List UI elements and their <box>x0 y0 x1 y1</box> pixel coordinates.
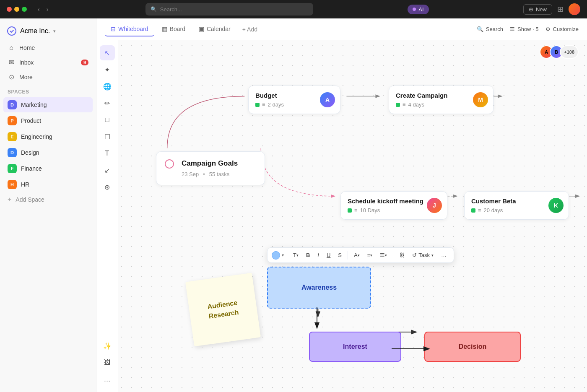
tool-magic[interactable]: ✦ <box>100 62 115 77</box>
underline-label: U <box>327 252 330 258</box>
design-label: Design <box>21 149 39 156</box>
decision-label: Decision <box>459 343 487 350</box>
new-button[interactable]: ⊕ New <box>523 4 552 15</box>
sidebar-item-hr[interactable]: H HR <box>3 177 93 192</box>
tool-sparkle[interactable]: ✨ <box>100 338 115 353</box>
tool-sticky[interactable]: ☐ <box>100 129 115 144</box>
customer-beta-meta: ≡ 20 days <box>471 207 562 213</box>
list-button[interactable]: ☰ ▾ <box>377 250 390 260</box>
text-style-button[interactable]: T ▾ <box>290 250 301 260</box>
product-label: Product <box>21 117 41 124</box>
kickoff-days: 10 Days <box>360 207 380 213</box>
add-tab-button[interactable]: + Add <box>238 23 262 36</box>
workspace-logo-icon <box>7 26 17 36</box>
font-size-label: A <box>354 252 358 258</box>
customize-nav-icon: ⚙ <box>545 26 551 32</box>
tool-globe[interactable]: 🌐 <box>100 79 115 94</box>
customer-beta-status-dot <box>471 208 475 213</box>
list-label: ☰ <box>380 252 385 258</box>
task-label: Task <box>418 252 430 258</box>
create-campaign-avatar: M <box>473 92 488 107</box>
minimize-button[interactable] <box>14 7 19 12</box>
grid-icon[interactable]: ⊞ <box>557 5 564 14</box>
canvas-content: Budget ≡ 2 days A Create Campaign ≡ 4 da… <box>118 40 587 392</box>
tab-board[interactable]: ▦ Board <box>156 22 191 36</box>
bold-button[interactable]: B <box>303 250 313 260</box>
tool-image[interactable]: 🖼 <box>100 355 115 370</box>
global-search-bar[interactable]: 🔍 Search... <box>145 3 313 16</box>
color-picker-chevron[interactable]: ▾ <box>282 253 284 257</box>
task-icon: ↺ <box>412 252 417 258</box>
decision-shape[interactable]: Decision <box>424 332 521 362</box>
sidebar: Acme Inc. ▾ ⌂ Home ✉ Inbox 9 ⊙ More Spac… <box>0 18 96 392</box>
budget-card[interactable]: Budget ≡ 2 days A <box>248 86 340 114</box>
tool-select[interactable]: ↖ <box>100 45 115 60</box>
sidebar-item-home[interactable]: ⌂ Home <box>3 41 93 55</box>
task-button[interactable]: ↺ Task ▾ <box>409 250 436 260</box>
ai-badge[interactable]: AI <box>408 5 429 14</box>
campaign-goals-card[interactable]: Campaign Goals 23 Sep • 55 tasks <box>156 151 265 185</box>
task-chevron: ▾ <box>431 253 434 257</box>
align-button[interactable]: ≡ ▾ <box>364 250 376 260</box>
tool-network[interactable]: ⊛ <box>100 179 115 195</box>
tool-more[interactable]: … <box>100 372 115 387</box>
customer-beta-card[interactable]: Customer Beta ≡ 20 days K <box>464 191 569 220</box>
sidebar-item-inbox[interactable]: ✉ Inbox 9 <box>3 55 93 69</box>
italic-button[interactable]: I <box>314 250 322 260</box>
show-nav-icon: ☰ <box>510 26 515 32</box>
sticky-note-audience[interactable]: Audience Research <box>185 273 261 347</box>
create-campaign-card[interactable]: Create Campaign ≡ 4 days M <box>389 86 493 114</box>
awareness-shape[interactable]: Awareness <box>267 267 371 309</box>
goals-tasks: 55 tasks <box>209 171 229 177</box>
board-tab-icon: ▦ <box>162 26 167 32</box>
strikethrough-button[interactable]: S <box>335 250 345 260</box>
sidebar-item-marketing[interactable]: D Marketing <box>3 97 93 112</box>
close-button[interactable] <box>7 7 12 12</box>
search-nav-icon: 🔍 <box>477 26 483 32</box>
color-picker[interactable] <box>272 251 280 260</box>
link-button[interactable]: ⛓ <box>396 250 408 260</box>
back-button[interactable]: ‹ <box>35 5 42 13</box>
app-body: Acme Inc. ▾ ⌂ Home ✉ Inbox 9 ⊙ More Spac… <box>0 18 587 392</box>
schedule-kickoff-card[interactable]: Schedule kickoff meeting ≡ 10 Days J <box>340 191 447 220</box>
maximize-button[interactable] <box>22 7 27 12</box>
sidebar-more-label: More <box>19 74 88 80</box>
interest-label: Interest <box>343 343 367 350</box>
hr-label: HR <box>21 181 29 188</box>
customize-nav-button[interactable]: ⚙ Customize <box>545 26 579 32</box>
finance-label: Finance <box>21 165 42 172</box>
tab-whiteboard[interactable]: ⊟ Whiteboard <box>105 22 154 36</box>
sidebar-item-more[interactable]: ⊙ More <box>3 70 93 84</box>
sidebar-item-engineering[interactable]: E Engineering <box>3 129 93 144</box>
goals-date: 23 Sep <box>182 171 199 177</box>
user-avatar[interactable] <box>569 3 580 15</box>
add-space-button[interactable]: + Add Space <box>3 193 93 206</box>
font-size-button[interactable]: A ▾ <box>351 250 363 260</box>
workspace-header[interactable]: Acme Inc. ▾ <box>3 23 93 41</box>
tab-calendar[interactable]: ▣ Calendar <box>193 22 236 36</box>
goals-title: Campaign Goals <box>182 159 238 168</box>
more-format-button[interactable]: … <box>438 250 449 260</box>
titlebar: ‹ › 🔍 Search... AI ⊕ New ⊞ <box>0 0 587 18</box>
search-nav-button[interactable]: 🔍 Search <box>477 26 503 32</box>
interest-shape[interactable]: Interest <box>309 332 401 362</box>
sidebar-item-product[interactable]: P Product <box>3 113 93 128</box>
forward-button[interactable]: › <box>44 5 51 13</box>
strikethrough-label: S <box>338 252 342 258</box>
sidebar-inbox-label: Inbox <box>19 59 77 66</box>
search-placeholder: Search... <box>160 6 182 13</box>
budget-status-dot <box>255 103 260 107</box>
show-nav-button[interactable]: ☰ Show · 5 <box>510 26 539 32</box>
sidebar-item-finance[interactable]: F Finance <box>3 161 93 176</box>
tool-connector[interactable]: ↙ <box>100 163 115 178</box>
customer-beta-avatar: K <box>548 198 564 213</box>
tool-shape[interactable]: □ <box>100 112 115 127</box>
underline-button[interactable]: U <box>324 250 333 260</box>
marketing-dot: D <box>8 100 17 109</box>
create-campaign-meta: ≡ 4 days <box>396 101 486 108</box>
sidebar-item-design[interactable]: D Design <box>3 145 93 160</box>
whiteboard-canvas[interactable]: A B +108 ↖ ✦ 🌐 ✏ □ ☐ T ↙ ⊛ ✨ 🖼 … <box>96 40 587 392</box>
tool-text[interactable]: T <box>100 146 115 161</box>
create-campaign-list-icon: ≡ <box>403 101 406 108</box>
tool-pen[interactable]: ✏ <box>100 96 115 111</box>
